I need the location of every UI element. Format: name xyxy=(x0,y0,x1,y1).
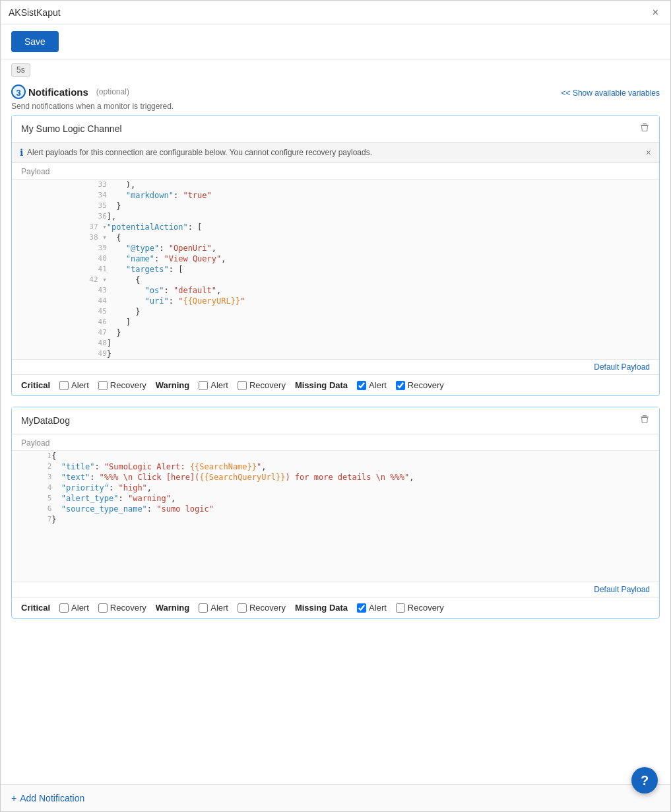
table-row: 40 "name": "View Query", xyxy=(12,254,659,264)
card1-missing-recovery-checkbox[interactable] xyxy=(396,381,405,390)
card2-critical-alert-label: Alert xyxy=(71,603,89,613)
card1-warning-alert-wrapper: Alert xyxy=(199,380,228,390)
table-row: 2 "title": "SumoLogic Alert: {{SearchNam… xyxy=(12,461,659,472)
title-bar: AKSistKaput × xyxy=(1,1,670,24)
card1-critical-alert-label: Alert xyxy=(71,380,89,390)
section-title-group: 3 Notifications (optional) xyxy=(11,85,129,99)
card1-warning-recovery-checkbox[interactable] xyxy=(238,381,247,390)
card2-missing-recovery-wrapper: Recovery xyxy=(396,603,444,613)
card1-missing-alert-label: Alert xyxy=(369,380,387,390)
card1-info-banner: ℹ Alert payloads for this connection are… xyxy=(12,143,659,163)
table-row: 4 "priority": "high", xyxy=(12,483,659,493)
toolbar: Save xyxy=(1,24,670,59)
card2-critical-alert-checkbox[interactable] xyxy=(59,603,69,613)
interval-row: 5s xyxy=(1,59,670,78)
main-content: 3 Notifications (optional) << Show avail… xyxy=(1,78,670,784)
section-title: Notifications xyxy=(28,86,88,98)
table-row: 35 } xyxy=(12,201,659,211)
card1-delete-button[interactable] xyxy=(639,122,650,135)
card2-payload-label: Payload xyxy=(12,434,659,450)
card2-footer: Critical Alert Recovery Warning Alert xyxy=(12,597,659,618)
table-row: 44 "uri": "{{QueryURL}}" xyxy=(12,296,659,306)
table-row: 48] xyxy=(12,338,659,349)
card1-missing-recovery-wrapper: Recovery xyxy=(396,380,444,390)
card2-missing-label: Missing Data xyxy=(295,603,348,613)
svg-rect-1 xyxy=(643,123,647,124)
card2-missing-recovery-checkbox[interactable] xyxy=(396,603,405,613)
section-optional: (optional) xyxy=(96,87,129,96)
card1-critical-recovery-wrapper: Recovery xyxy=(98,380,146,390)
card1-missing-alert-checkbox[interactable] xyxy=(357,381,366,390)
card1-warning-label: Warning xyxy=(156,380,190,390)
table-row: 6 "source_type_name": "sumo logic" xyxy=(12,504,659,514)
card1-missing-alert-wrapper: Alert xyxy=(357,380,387,390)
info-banner-close[interactable]: × xyxy=(646,147,651,158)
card2-warning-alert-wrapper: Alert xyxy=(199,603,228,613)
card2-warning-alert-checkbox[interactable] xyxy=(199,603,208,613)
show-variables-link[interactable]: << Show available variables xyxy=(561,88,660,98)
card2-critical-recovery-wrapper: Recovery xyxy=(98,603,146,613)
svg-rect-3 xyxy=(643,415,647,416)
card1-missing-label: Missing Data xyxy=(295,380,348,390)
card2-critical-recovery-checkbox[interactable] xyxy=(98,603,108,613)
card2-critical-label: Critical xyxy=(21,603,50,613)
step-badge: 3 xyxy=(11,85,26,99)
table-row: 1{ xyxy=(12,451,659,461)
card1-warning-recovery-label: Recovery xyxy=(249,380,286,390)
trash-icon-2 xyxy=(639,414,650,424)
table-row: 36], xyxy=(12,211,659,222)
notification-card-2: MyDataDog Payload 1{2 "title": "SumoLogi… xyxy=(11,407,660,619)
table-row: 49} xyxy=(12,349,659,359)
table-row: 38 ▾ { xyxy=(12,232,659,243)
card1-header: My Sumo Logic Channel xyxy=(12,116,659,143)
add-notification-plus: + xyxy=(11,793,16,803)
interval-badge: 5s xyxy=(11,63,30,77)
section-subtitle: Send notifications when a monitor is tri… xyxy=(11,102,660,111)
add-notification-button[interactable]: + Add Notification xyxy=(11,793,84,803)
table-row: 41 "targets": [ xyxy=(12,264,659,275)
save-button[interactable]: Save xyxy=(11,31,59,52)
card2-delete-button[interactable] xyxy=(639,414,650,427)
table-row: 7} xyxy=(12,514,659,525)
card2-warning-recovery-wrapper: Recovery xyxy=(238,603,286,613)
card2-warning-label: Warning xyxy=(156,603,190,613)
card2-missing-alert-wrapper: Alert xyxy=(357,603,387,613)
card2-title: MyDataDog xyxy=(21,415,70,426)
card2-warning-recovery-checkbox[interactable] xyxy=(238,603,247,613)
card1-title: My Sumo Logic Channel xyxy=(21,123,122,134)
card1-default-payload[interactable]: Default Payload xyxy=(12,360,659,374)
table-row: 34 "markdown": "true" xyxy=(12,190,659,201)
table-row: 47 } xyxy=(12,327,659,338)
window-title: AKSistKaput xyxy=(9,7,61,18)
card1-missing-recovery-label: Recovery xyxy=(408,380,444,390)
card2-missing-alert-checkbox[interactable] xyxy=(357,603,366,613)
section-header: 3 Notifications (optional) << Show avail… xyxy=(11,85,660,99)
card1-critical-recovery-label: Recovery xyxy=(110,380,146,390)
card2-warning-recovery-label: Recovery xyxy=(249,603,286,613)
card1-warning-recovery-wrapper: Recovery xyxy=(238,380,286,390)
info-banner-text: Alert payloads for this connection are c… xyxy=(27,148,372,157)
table-row: 5 "alert_type": "warning", xyxy=(12,493,659,504)
card1-critical-recovery-checkbox[interactable] xyxy=(98,381,108,390)
card1-code-area: 33 ),34 "markdown": "true"35 }36],37 ▾"p… xyxy=(12,179,659,360)
card1-critical-label: Critical xyxy=(21,380,50,390)
main-window: AKSistKaput × Save 5s 3 Notifications (o… xyxy=(0,0,671,812)
help-button[interactable]: ? xyxy=(631,767,658,794)
card2-missing-recovery-label: Recovery xyxy=(408,603,444,613)
card2-default-payload[interactable]: Default Payload xyxy=(12,582,659,597)
info-icon: ℹ xyxy=(20,147,23,158)
card1-critical-alert-checkbox[interactable] xyxy=(59,381,69,390)
close-button[interactable]: × xyxy=(649,5,662,20)
card1-warning-alert-label: Alert xyxy=(210,380,228,390)
card2-code-area: 1{2 "title": "SumoLogic Alert: {{SearchN… xyxy=(12,450,659,582)
notification-card-1: My Sumo Logic Channel ℹ Alert payloads f… xyxy=(11,115,660,396)
card1-warning-alert-checkbox[interactable] xyxy=(199,381,208,390)
card2-critical-recovery-label: Recovery xyxy=(110,603,146,613)
card2-header: MyDataDog xyxy=(12,407,659,434)
table-row: 39 "@type": "OpenUri", xyxy=(12,243,659,254)
card2-warning-alert-label: Alert xyxy=(210,603,228,613)
add-notification-bar: + Add Notification xyxy=(1,784,670,811)
table-row: 42 ▾ { xyxy=(12,275,659,285)
card1-payload-label: Payload xyxy=(12,163,659,179)
trash-icon xyxy=(639,122,650,133)
